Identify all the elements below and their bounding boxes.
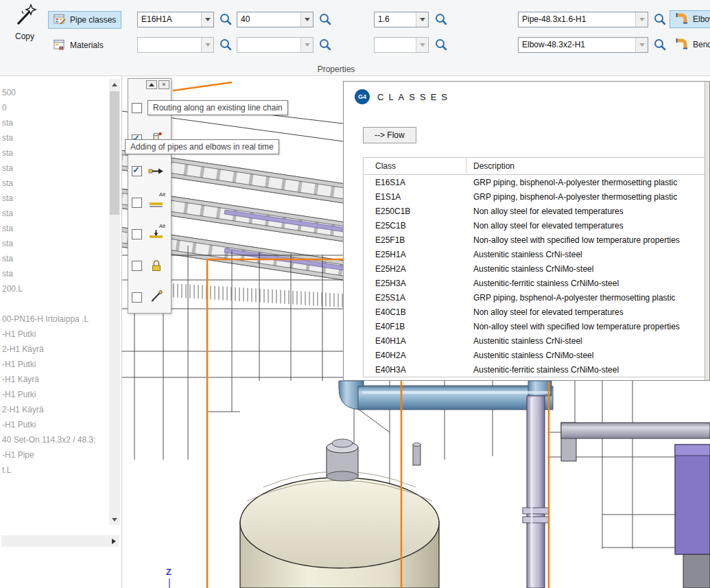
scroll-right-button[interactable] [108, 535, 119, 547]
class-row[interactable]: E40H3AAustenitic-ferritic stainless CrNi… [364, 362, 710, 377]
scroll-up-button[interactable] [109, 79, 120, 90]
class-row[interactable]: E25C1BNon alloy steel for elevated tempe… [364, 218, 710, 233]
list-item[interactable]: 200.L [0, 281, 108, 296]
list-item[interactable]: sta [0, 176, 108, 191]
class-row[interactable]: E25H1AAustenitic stainless CrNi-steel [364, 247, 710, 261]
class-row[interactable]: E1S1AGRP piping, bisphenol-A-polyester t… [364, 189, 710, 204]
class-row[interactable]: E40H2AAustenitic stainless CrNiMo-steel [364, 348, 710, 362]
size-combo[interactable]: 40 [237, 12, 313, 27]
list-item[interactable]: sta [0, 191, 108, 206]
list-item[interactable]: -H1 Putki [0, 417, 108, 432]
tank-vent [413, 443, 421, 466]
vertical-scrollbar[interactable] [109, 79, 120, 525]
chevron-down-icon[interactable] [635, 12, 648, 27]
material-combo[interactable] [137, 37, 214, 53]
list-item[interactable]: sta [0, 206, 108, 221]
pressure-combo[interactable]: 1.6 [374, 12, 429, 27]
alt-elevation-icon: Alt [147, 225, 165, 243]
list-item[interactable] [0, 296, 108, 311]
flow-button[interactable]: --> Flow [363, 127, 416, 143]
list-item[interactable]: sta [0, 115, 108, 130]
lock-checkbox[interactable] [132, 261, 142, 271]
pressure-search-button[interactable] [434, 12, 449, 27]
list-item[interactable]: 0 [0, 100, 108, 115]
search-icon [434, 12, 448, 26]
material-search-button[interactable] [218, 37, 233, 52]
chevron-down-icon[interactable] [635, 38, 648, 52]
class-row[interactable]: E25H3AAustenitic-ferritic stainless CrNi… [364, 276, 710, 290]
pressure-search-button-2[interactable] [434, 37, 449, 52]
alt-line-icon: Alt [147, 193, 165, 211]
chevron-down-icon[interactable] [300, 12, 313, 27]
elbow-part-search-button[interactable] [652, 37, 667, 52]
class-row[interactable]: E250C1BNon alloy steel for elevated temp… [364, 204, 710, 218]
chevron-down-icon[interactable] [201, 12, 213, 27]
size-search-button[interactable] [318, 12, 333, 27]
bends-button[interactable]: Bends [670, 36, 710, 54]
class-row[interactable]: E40C1BNon alloy steel for elevated tempe… [364, 305, 710, 319]
list-item[interactable]: 2-H1 Käyrä [0, 402, 108, 417]
size-value: 40 [237, 12, 300, 27]
dialog-scrollbar[interactable] [705, 82, 709, 380]
list-item[interactable]: -H1 Käyrä [0, 372, 108, 387]
list-item[interactable]: 40 Set-On 114.3x2 / 48.3: [0, 432, 108, 447]
list-item[interactable]: 500 [0, 85, 108, 100]
alt-badge: Alt [159, 191, 165, 198]
dialog-header: G4 CLASSES [344, 82, 709, 104]
list-item[interactable]: sta [0, 145, 108, 161]
pipe-class-search-button[interactable] [218, 12, 233, 27]
alt-line-checkbox[interactable] [132, 198, 142, 208]
class-row[interactable]: E40F1BNon-alloy steel with specified low… [364, 319, 710, 333]
elbows-button[interactable]: Elbows [670, 10, 710, 28]
chevron-down-icon[interactable] [416, 38, 428, 52]
list-item[interactable]: -H1 Pipe [0, 447, 108, 462]
chevron-down-icon[interactable] [416, 12, 428, 27]
pressure-combo-2[interactable] [374, 37, 429, 53]
class-row[interactable]: E16S1AGRP piping, bisphenol-A-polyester … [364, 175, 710, 189]
elbow-part-combo[interactable]: Elbow-48.3x2-H1 [518, 37, 648, 53]
direction-checkbox[interactable] [132, 166, 142, 176]
pressure-value: 1.6 [375, 12, 416, 27]
list-item[interactable]: sta [0, 236, 108, 251]
list-item[interactable]: sta [0, 251, 108, 266]
class-row[interactable]: E25H2AAustenitic stainless CrNiMo-steel [364, 261, 710, 276]
class-column-header[interactable]: Class [364, 158, 466, 174]
alt-elevation-checkbox[interactable] [132, 229, 142, 239]
scroll-down-button[interactable] [109, 514, 120, 525]
copy-tool-button[interactable]: Copy [5, 3, 44, 51]
description-column-header[interactable]: Description [466, 161, 710, 171]
list-item[interactable]: -H1 Putki [0, 387, 108, 402]
search-icon [434, 38, 448, 51]
pipe-part-value: Pipe-48.3x1.6-H1 [519, 12, 635, 27]
bends-label: Bends [693, 40, 710, 49]
line-chain-checkbox[interactable] [132, 103, 142, 113]
list-item[interactable]: -H1 Putki [0, 357, 108, 372]
chevron-down-icon[interactable] [201, 38, 213, 52]
list-item[interactable]: sta [0, 266, 108, 281]
list-item[interactable]: sta [0, 130, 108, 145]
close-icon[interactable]: × [158, 80, 169, 89]
pipe-part-combo[interactable]: Pipe-48.3x1.6-H1 [518, 12, 648, 27]
class-row[interactable]: E25F1BNon-alloy steel with specified low… [364, 233, 710, 247]
list-item[interactable]: sta [0, 221, 108, 236]
list-item[interactable]: 2-H1 Käyrä [0, 342, 108, 357]
list-item[interactable]: sta [0, 161, 108, 176]
dialog-title: CLASSES [377, 92, 452, 102]
class-row[interactable]: E25S1AGRP piping, bsphenol-A-polyester t… [364, 290, 710, 305]
size-combo-2[interactable] [237, 37, 313, 53]
slope-checkbox[interactable] [132, 292, 142, 303]
class-row[interactable]: E40H1AAustenitic stainless CrNi-steel [364, 333, 710, 348]
list-item[interactable]: t.L [0, 462, 108, 478]
list-item[interactable]: -H1 Putki [0, 327, 108, 342]
materials-button[interactable]: M Materials [48, 36, 109, 54]
horizontal-scrollbar[interactable] [1, 535, 119, 547]
size-search-button-2[interactable] [318, 37, 333, 52]
pipe-class-combo[interactable]: E16H1A [137, 12, 214, 27]
scrollbar-thumb[interactable] [110, 91, 119, 215]
pipe-classes-button[interactable]: Pipe classes [48, 11, 121, 29]
collapse-icon[interactable] [146, 80, 157, 89]
list-item[interactable]: 00-PN16-H Irtolaippa .L [0, 311, 108, 327]
pipe-part-search-button[interactable] [652, 12, 667, 27]
chevron-down-icon[interactable] [300, 38, 313, 52]
size-value-2 [237, 38, 300, 52]
